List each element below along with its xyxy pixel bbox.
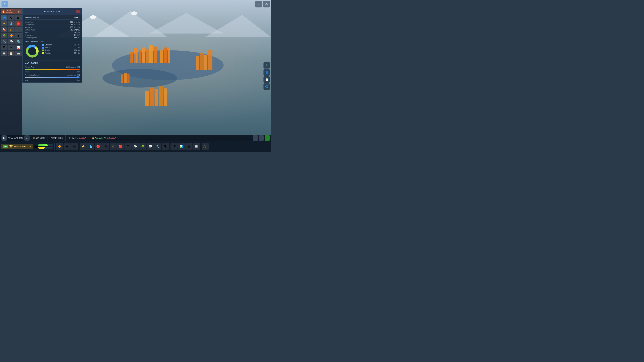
toolbar-chat-icon[interactable]: 💬 <box>147 143 154 150</box>
info-button[interactable]: ℹ <box>2 1 8 7</box>
sidebar-parks-icon[interactable]: 🌳 <box>1 33 8 38</box>
panel-body: POPULATION 70,462 Birth Rate 922 /month … <box>22 15 82 82</box>
toolbar-water-icon[interactable]: 💧 <box>87 143 94 150</box>
population-label: POPULATION <box>25 16 39 19</box>
birth-rate-value: 922 /month <box>70 21 80 23</box>
toolbar-section: 🔶 ◆ ⬡ ⚡ 💧 🔴 ♻ 🎓 🔴 🛡 📡 🌳 💬 🔧 🏗 🗺 📊 🏛 🔲 📷 <box>55 143 210 150</box>
sidebar-zone-green-icon[interactable]: 🔶 <box>8 33 14 38</box>
sidebar-police-icon[interactable]: 🛡 <box>15 27 22 32</box>
sidebar-zone2-icon[interactable]: 🔲 <box>1 51 8 56</box>
toolbar-info-icon[interactable]: ◆ <box>64 143 70 150</box>
citizen-age-type: Building color <box>66 66 76 68</box>
toolbar-fire-icon[interactable]: 🔴 <box>95 143 102 150</box>
progress-bars <box>38 144 53 149</box>
citizen-age-checkbox[interactable]: ✓ <box>77 66 80 68</box>
sidebar-construction-icon[interactable]: 🏗 <box>1 45 8 50</box>
zoom-in-button[interactable]: + <box>259 135 264 141</box>
seniors-dot <box>42 52 44 54</box>
sidebar-tools-icon[interactable]: 🔧 <box>1 39 8 44</box>
toolbar-power-icon[interactable]: ⚡ <box>80 143 87 150</box>
sidebar-health-icon[interactable]: 💊 <box>1 27 8 32</box>
population-density-type: Terrain color <box>66 74 76 76</box>
sidebar-zone-icon[interactable]: ◆ <box>15 33 22 38</box>
moved-away-value: 791 /month <box>70 29 80 31</box>
population-density-row: Population Density Terrain color ✓ <box>25 74 80 76</box>
sidebar-education-icon[interactable]: 🎓 <box>8 27 14 32</box>
right-doc-button[interactable]: 📋 <box>264 76 270 83</box>
adults-value: 56.6 % <box>74 49 80 51</box>
toolbar-map-icon[interactable]: 🗺 <box>170 143 178 150</box>
sidebar-doc-icon[interactable]: 📋 <box>8 51 14 56</box>
employed-label: Employed <box>25 34 33 36</box>
play-button[interactable]: ▶ <box>2 135 7 141</box>
panel-close-button[interactable]: × <box>76 10 80 13</box>
seniors-legend-item: Seniors 30.1 % <box>42 52 80 54</box>
sidebar-chat-icon[interactable]: 💬 <box>8 39 14 44</box>
left-sidebar: 🔥 FIRE & RESCUE 🚒 👥 🏗 🛣 ⚡ 💧 🔴 💊 🎓 🛡 🌳 🔶 … <box>0 8 22 141</box>
toolbar-park-icon[interactable]: 🌳 <box>140 143 146 150</box>
seniors-label: Seniors <box>45 52 74 54</box>
citizen-age-old: Old <box>77 71 80 73</box>
map-legend: MAP LEGEND Citizen Age Building color ✓ … <box>25 60 80 81</box>
sidebar-building-icon[interactable]: 🏗 <box>8 15 14 20</box>
toolbar-education-icon[interactable]: 🎓 <box>110 143 117 150</box>
money-change: -178,622 /h <box>106 137 116 139</box>
moved-away-label: Moved Away <box>25 29 36 31</box>
settings-button[interactable]: ⚙ <box>263 1 270 7</box>
toolbar-police-icon[interactable]: 🛡 <box>124 143 132 150</box>
population-status: 👤 70,466 -2,521 /h <box>66 135 88 141</box>
speed-button[interactable]: ⏭ <box>24 135 30 141</box>
population-value: 70,462 <box>73 16 80 19</box>
svg-point-36 <box>29 48 36 54</box>
teens-value: 3 % <box>76 46 80 49</box>
money-icon: 💰 <box>92 137 94 139</box>
sidebar-population-icon[interactable]: 👥 <box>1 15 8 20</box>
adults-dot <box>42 49 44 51</box>
children-legend-item: Children 10.3 % <box>42 44 80 46</box>
temperature: 20° <box>36 137 39 139</box>
toolbar-health-icon[interactable]: 🔴 <box>117 143 124 150</box>
toolbar-build-icon[interactable]: 🏗 <box>162 143 169 150</box>
map-legend-title: MAP LEGEND <box>25 62 80 64</box>
toolbar-building-icon[interactable]: 🏛 <box>186 143 192 150</box>
city-badge[interactable]: 137 🏆 MEGALOPOLIS <box>1 144 33 149</box>
toolbar-chart-icon[interactable]: 📊 <box>178 143 185 150</box>
adults-legend-item: Adults 56.6 % <box>42 49 80 51</box>
toolbar-tools-icon[interactable]: 🔧 <box>154 143 161 150</box>
green-status-button[interactable]: ● <box>264 135 270 141</box>
toolbar-recycle-icon[interactable]: ♻ <box>102 143 109 150</box>
fire-rescue-section[interactable]: 🔥 FIRE & RESCUE 🚒 <box>1 9 22 14</box>
divider-4 <box>89 134 89 142</box>
death-rate-label: Death Rate <box>25 24 34 26</box>
toolbar-broadcast-icon[interactable]: 📡 <box>132 143 139 150</box>
right-person-button[interactable]: 👤 <box>264 69 270 76</box>
toolbar-camera-icon[interactable]: 📷 <box>202 143 209 150</box>
right-globe-button[interactable]: 🌐 <box>264 83 270 90</box>
citizen-age-right: Building color ✓ <box>66 66 80 68</box>
sidebar-fire-icon[interactable]: 🔴 <box>15 21 22 26</box>
population-density-checkbox[interactable]: ✓ <box>77 74 80 76</box>
sidebar-power-icon[interactable]: ⚡ <box>1 21 8 26</box>
toolbar-grid-icon[interactable]: 🔲 <box>193 143 200 150</box>
city-name: New Dollarton <box>51 137 62 139</box>
population-header: POPULATION 70,462 <box>25 16 80 19</box>
toolbar-circle-icon[interactable]: ⬡ <box>71 143 78 150</box>
sidebar-road-icon[interactable]: 🛣 <box>15 15 22 20</box>
sidebar-wrench-icon[interactable]: 🔩 <box>15 39 22 44</box>
moved-in-row: Moved In 699 /month <box>25 26 80 28</box>
unemployment-row: Unemployment 28.5 % <box>25 37 80 39</box>
sidebar-row-7: 🔲 📋 🚛 <box>1 51 22 56</box>
sidebar-map-icon[interactable]: 🗺 <box>8 45 14 50</box>
right-info-button[interactable]: ℹ <box>264 62 270 68</box>
toolbar-zone-icon[interactable]: 🔶 <box>56 143 63 150</box>
population-density-low: Low <box>25 79 28 81</box>
sidebar-water-icon[interactable]: 💧 <box>8 21 14 26</box>
zoom-out-button[interactable]: – <box>253 135 258 141</box>
children-label: Children <box>45 44 74 46</box>
sidebar-truck-icon[interactable]: 🚛 <box>15 51 22 56</box>
sidebar-stats-icon[interactable]: 📊 <box>15 45 22 50</box>
progress-section: 🏙 <box>34 144 54 149</box>
help-button[interactable]: ? <box>255 1 262 7</box>
population-density-label: Population Density <box>25 74 40 76</box>
moved-away-row: Moved Away 791 /month <box>25 29 80 31</box>
